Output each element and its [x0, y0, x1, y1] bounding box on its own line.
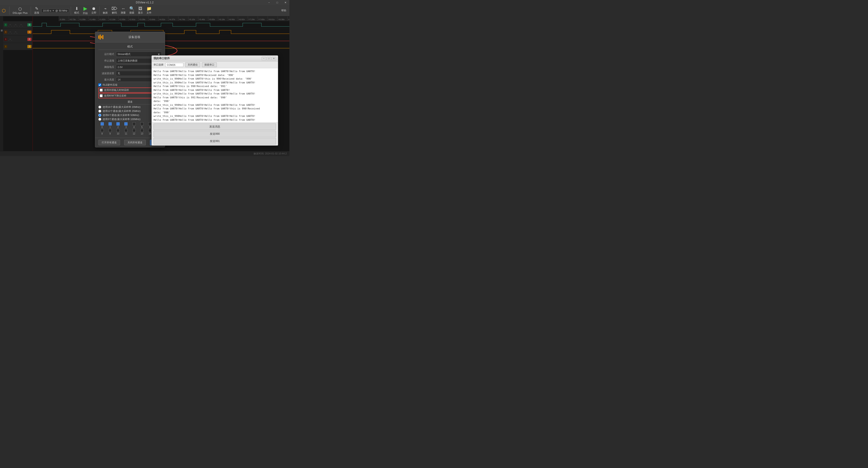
rle-label[interactable]: RLE硬件压缩	[103, 83, 117, 87]
trigger-icon: ⌁	[104, 6, 107, 11]
measure-icon: ↔	[121, 6, 125, 11]
falling-edge-checkbox[interactable]	[100, 94, 103, 97]
window-controls: − □ ✕	[265, 0, 289, 5]
file-icon: 📁	[147, 6, 152, 11]
display-button[interactable]: 🖼 显示	[136, 6, 144, 15]
channel-num-1: 1	[110, 126, 111, 128]
channel-checkbox-2[interactable]	[117, 122, 120, 125]
channel-checkbox-3[interactable]	[124, 122, 127, 125]
stop-option-value: 上传已采集的数据	[118, 59, 137, 62]
channel-checkbox-6[interactable]	[148, 122, 152, 125]
ch-option-radio-2[interactable]	[98, 114, 101, 117]
ch-option-radio-0[interactable]	[98, 105, 101, 108]
channel-checkbox-8[interactable]	[101, 129, 104, 132]
decode-button[interactable]: ⌦ 解码	[110, 6, 119, 15]
trigger-label: 触发	[103, 11, 108, 14]
search-port-button[interactable]: 搜索串口	[202, 62, 217, 67]
options-label: 选项	[34, 11, 39, 14]
help-button[interactable]: 帮助	[280, 8, 288, 13]
serial-toolbar: 串口选择 关闭通信 搜索串口	[152, 62, 278, 68]
mode-label: 模式	[74, 11, 79, 14]
channel-cell-0: 0	[98, 122, 106, 128]
freq-separator: @	[55, 9, 58, 12]
instant-button[interactable]: ⏺ 立即	[90, 6, 98, 15]
sample-rate-box[interactable]: 10.00 s ▼ @ 50 MHz	[41, 8, 69, 13]
file-label: 文件	[147, 11, 152, 14]
channel-checkbox-4[interactable]	[132, 122, 136, 125]
channel-checkbox-12[interactable]	[132, 129, 136, 132]
serial-window: 我的串口软件 − □ ✕ 串口选择 关闭通信 搜索串口 Hello from U…	[152, 55, 278, 146]
close-port-button[interactable]: 关闭通信	[185, 62, 200, 67]
channel-num-13: 13	[141, 132, 143, 135]
channel-cell-9: 9	[106, 129, 114, 135]
channel-cell-3: 3	[122, 122, 130, 128]
channel-checkbox-5[interactable]	[141, 122, 144, 125]
channel-checkbox-1[interactable]	[108, 122, 112, 125]
file-button[interactable]: 📁 文件	[145, 6, 153, 15]
mode-button[interactable]: ⬇ 模式	[73, 6, 81, 15]
toolbar-sep-2	[31, 6, 31, 15]
falling-edge-label[interactable]: 使用时钟下降沿采样	[104, 94, 126, 97]
ch-option-radio-3[interactable]	[98, 118, 101, 121]
decode-icon: ⌦	[112, 6, 117, 11]
send-991-button[interactable]: 发送991	[154, 138, 276, 145]
search-button[interactable]: 🔍 搜索	[128, 6, 136, 15]
trigger-button[interactable]: ⌁ 触发	[101, 6, 109, 15]
dialog-header: 设备选项	[95, 32, 165, 42]
measure-label: 测量	[121, 11, 126, 14]
toolbar: ⬡ ⬡ DSLogic Plus ✎ 选项 10.00 s ▼ @ 50 MHz…	[0, 5, 289, 16]
channel-num-8: 8	[101, 132, 103, 135]
serial-close-button[interactable]: ✕	[272, 57, 276, 60]
send-message-button[interactable]: 发送消息	[154, 123, 276, 130]
channel-cell-1: 1	[106, 122, 114, 128]
channel-checkbox-13[interactable]	[141, 129, 144, 132]
channel-checkbox-0[interactable]	[101, 122, 104, 125]
serial-title: 我的串口软件	[154, 57, 170, 60]
ch-option-label-1: 使用12个通道(最大采样率 25MHz)	[103, 110, 141, 113]
channel-cell-13: 13	[138, 129, 146, 135]
sample-rate-value: 10.00 s	[43, 9, 51, 12]
ext-clock-label[interactable]: 使用外部输入时钟采样	[104, 88, 129, 92]
serial-text: Hello from UART0!Hello from UART0!Hello …	[154, 70, 260, 123]
rle-checkbox[interactable]	[98, 84, 101, 86]
channel-num-4: 4	[133, 126, 135, 128]
open-all-channels-button[interactable]: 打开所有通道	[98, 140, 120, 145]
serial-minimize-button[interactable]: −	[261, 57, 266, 60]
channel-num-9: 9	[110, 132, 111, 135]
channel-num-14: 14	[149, 132, 151, 135]
svg-rect-2	[101, 36, 102, 38]
instant-icon: ⏺	[92, 6, 96, 11]
max-height-label: 最大高度	[98, 78, 114, 82]
minimize-button[interactable]: −	[265, 0, 273, 5]
maximize-button[interactable]: □	[273, 0, 281, 5]
channel-num-5: 5	[141, 126, 143, 128]
close-all-channels-button[interactable]: 关闭所有通道	[124, 140, 146, 145]
options-button[interactable]: ✎ 选项	[33, 6, 40, 15]
channel-num-11: 11	[125, 132, 127, 135]
dialog-title: 设备选项	[106, 35, 162, 39]
serial-titlebar: 我的串口软件 − □ ✕	[152, 56, 278, 62]
channel-checkbox-14[interactable]	[148, 129, 152, 132]
toolbar-sep-3	[71, 6, 71, 15]
sample-rate-unit: ▼	[52, 9, 55, 12]
channel-checkbox-10[interactable]	[117, 129, 120, 132]
ch-option-radio-1[interactable]	[98, 110, 101, 113]
options-icon: ✎	[35, 6, 38, 11]
device-selector[interactable]: ⬡ DSLogic Plus	[11, 6, 29, 15]
logo-area: ⬡	[2, 8, 6, 13]
send-990-button[interactable]: 发送990	[154, 131, 276, 137]
ext-clock-checkbox[interactable]	[100, 89, 103, 92]
port-input[interactable]	[165, 63, 183, 67]
start-label: 开始	[83, 11, 88, 15]
close-button[interactable]: ✕	[281, 0, 289, 5]
channel-checkbox-11[interactable]	[124, 129, 127, 132]
freq-value: 50 MHz	[59, 9, 67, 12]
device-icon: ⬡	[18, 7, 22, 11]
channel-num-3: 3	[125, 126, 127, 128]
measure-button[interactable]: ↔ 测量	[119, 6, 127, 15]
serial-maximize-button[interactable]: □	[267, 57, 271, 60]
channel-cell-2: 2	[115, 122, 122, 128]
channel-checkbox-9[interactable]	[108, 129, 112, 132]
search-label: 搜索	[129, 11, 134, 14]
start-button[interactable]: ▶ 开始	[82, 6, 89, 15]
